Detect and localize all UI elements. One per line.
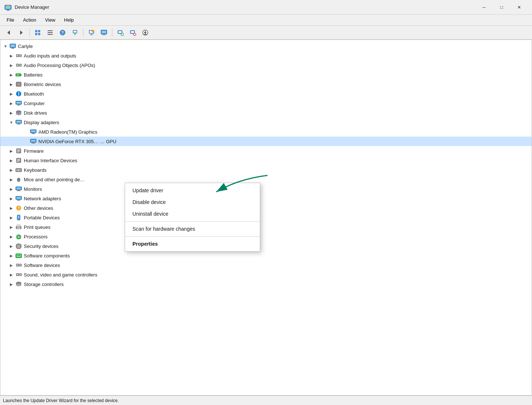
context-sep-2 [125,236,260,237]
processors-expander[interactable]: ▶ [8,233,15,240]
scan-button[interactable]: ! [86,27,97,38]
tree-item-network[interactable]: ▶ Network adapters [0,194,532,203]
tree-item-amd[interactable]: ▶ AMD Radeon(TM) Graphics [0,127,532,137]
tree-item-biometric[interactable]: ▶ Biometric devices [0,79,532,89]
svg-rect-46 [12,48,14,48]
software-devices-expander[interactable]: ▶ [8,261,15,269]
tree-item-processors[interactable]: ▶ Processors [0,232,532,241]
tree-item-nvidia[interactable]: ▶ NVIDIA GeForce RTX 305… … GPU [0,137,532,146]
svg-rect-127 [20,236,22,237]
computer-expander[interactable]: ▶ [8,100,15,107]
maximize-button[interactable]: □ [493,2,510,13]
context-properties[interactable]: Properties [125,238,260,250]
print-expander[interactable]: ▶ [8,223,15,231]
tree-item-software-devices[interactable]: ▶ Software devices [0,260,532,270]
view-device-type-button[interactable] [32,27,44,38]
context-update-driver[interactable]: Update driver [125,185,260,196]
mice-expander[interactable]: ▶ [8,176,15,183]
tree-item-other[interactable]: ▶ ? Other devices [0,203,532,213]
tree-root[interactable]: ▼ Carlyle [0,41,532,51]
menu-help[interactable]: Help [60,16,78,24]
tree-item-computer[interactable]: ▶ Computer [0,99,532,108]
minimize-button[interactable]: ─ [476,2,492,13]
apos-expander[interactable]: ▶ [8,62,15,69]
tree-item-apos[interactable]: ▶ Audio Processing Objects (APOs) [0,60,532,70]
display-adapters-expander[interactable]: ▼ [8,119,15,126]
tree-item-mice[interactable]: ▶ Mice and other pointing de… [0,175,532,184]
display-adapters-icon [15,119,22,126]
portable-expander[interactable]: ▶ [8,214,15,221]
tree-item-display-adapters[interactable]: ▼ Display adapters [0,118,532,127]
audio-inputs-expander[interactable]: ▶ [8,52,15,59]
tree-item-monitors[interactable]: ▶ Monitors [0,184,532,194]
title-bar-controls: ─ □ ✕ [476,2,528,13]
display-button[interactable] [98,27,110,38]
biometric-expander[interactable]: ▶ [8,81,15,88]
tree-item-security[interactable]: ▶ Security devices [0,241,532,251]
batteries-expander[interactable]: ▶ [8,71,15,78]
monitors-expander[interactable]: ▶ [8,185,15,193]
network-expander[interactable]: ▶ [8,195,15,202]
tree-item-audio-inputs[interactable]: ▶ Audio inputs and outputs [0,51,532,60]
root-expander[interactable]: ▼ [2,42,9,50]
tree-item-firmware[interactable]: ▶ Firmware [0,146,532,156]
svg-rect-121 [18,234,18,235]
close-button[interactable]: ✕ [511,2,528,13]
svg-rect-19 [75,34,75,35]
tree-item-sound[interactable]: ▶ Sound, video and game controllers [0,270,532,279]
tree-item-batteries[interactable]: ▶ Batteries [0,70,532,79]
security-label: Security devices [24,244,59,249]
menu-action[interactable]: Action [19,16,40,24]
tree-item-bluetooth[interactable]: ▶ ᛒ Bluetooth [0,89,532,99]
biometric-label: Biometric devices [24,82,61,87]
computer-icon [9,42,16,50]
bluetooth-expander[interactable]: ▶ [8,90,15,97]
add-device-button[interactable] [115,27,126,38]
back-button[interactable] [3,27,15,38]
svg-rect-9 [35,33,37,35]
other-expander[interactable]: ▶ [8,204,15,212]
svg-rect-47 [11,48,15,49]
tree-item-keyboards[interactable]: ▶ Keyboards [0,165,532,175]
menu-view[interactable]: View [41,16,59,24]
hid-expander[interactable]: ▶ [8,157,15,164]
menu-file[interactable]: File [3,16,18,24]
add-device-icon [117,29,124,36]
properties-button[interactable]: ? [57,27,68,38]
tree-item-disk[interactable]: ▶ Disk drives [0,108,532,118]
security-expander[interactable]: ▶ [8,242,15,250]
svg-rect-92 [16,169,17,170]
main-content: ▼ Carlyle ▶ Au [0,40,532,395]
sound-expander[interactable]: ▶ [8,271,15,278]
software-components-expander[interactable]: ▶ [8,252,15,259]
tree-item-print[interactable]: ▶ Print queues [0,222,532,232]
disk-expander[interactable]: ▶ [8,109,15,116]
storage-expander[interactable]: ▶ [8,280,15,288]
svg-rect-74 [17,124,20,125]
context-uninstall-device[interactable]: Uninstall device [125,208,260,220]
download-icon [142,29,149,36]
tree-item-portable[interactable]: ▶ Portable Devices [0,213,532,222]
tree-item-software-components[interactable]: ▶ Software components [0,251,532,260]
forward-button[interactable] [15,27,27,38]
mice-icon [15,176,22,183]
nvidia-label: NVIDIA GeForce RTX 305… … GPU [38,139,116,144]
svg-rect-12 [48,32,53,33]
audio-inputs-label: Audio inputs and outputs [24,53,76,59]
svg-rect-80 [31,140,35,142]
view-resource-button[interactable] [44,27,56,38]
update-driver-button[interactable] [69,27,81,38]
svg-rect-98 [20,170,20,171]
tree-view[interactable]: ▼ Carlyle ▶ Au [0,40,532,395]
keyboards-expander[interactable]: ▶ [8,166,15,174]
context-scan[interactable]: Scan for hardware changes [125,223,260,235]
download-button[interactable] [139,27,151,38]
svg-rect-131 [17,255,20,256]
context-disable-device[interactable]: Disable device [125,196,260,208]
svg-rect-23 [90,35,93,35]
firmware-expander[interactable]: ▶ [8,147,15,155]
svg-rect-43 [143,34,147,35]
tree-item-storage[interactable]: ▶ Storage controllers [0,279,532,289]
tree-item-hid[interactable]: ▶ Human Interface Devices [0,156,532,165]
remove-button[interactable] [127,27,139,38]
